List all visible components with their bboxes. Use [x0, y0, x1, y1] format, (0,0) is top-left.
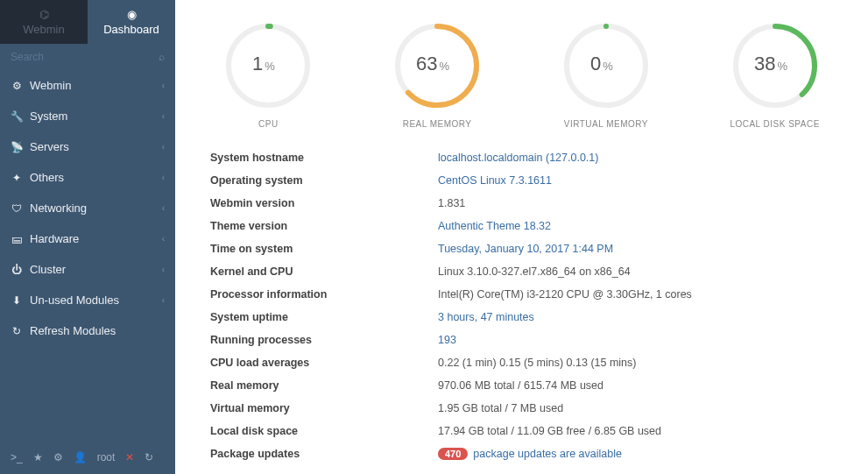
- nav-icon: 🔧: [11, 110, 23, 123]
- tab-dashboard[interactable]: ◉ Dashboard: [88, 0, 175, 44]
- info-label: Processor information: [210, 288, 438, 301]
- info-value[interactable]: CentOS Linux 7.3.1611: [438, 174, 552, 187]
- info-row: Virtual memory1.95 GB total / 7 MB used: [210, 397, 833, 420]
- info-row: Operating systemCentOS Linux 7.3.1611: [210, 169, 833, 192]
- info-row: CPU load averages0.22 (1 min) 0.15 (5 mi…: [210, 351, 833, 374]
- nav-icon: ↻: [11, 325, 23, 337]
- nav-icon: ✦: [11, 172, 23, 184]
- dashboard-icon: ◉: [127, 8, 137, 21]
- nav-label: Others: [30, 171, 64, 184]
- sidebar-item-refresh-modules[interactable]: ↻Refresh Modules: [0, 315, 175, 346]
- info-value[interactable]: localhost.localdomain (127.0.0.1): [438, 152, 598, 164]
- refresh-icon[interactable]: ↻: [145, 451, 153, 463]
- info-row: System uptime3 hours, 47 minutes: [210, 306, 833, 329]
- info-label: Theme version: [210, 220, 438, 232]
- sidebar-item-un-used-modules[interactable]: ⬇Un-used Modules‹: [0, 285, 175, 315]
- main-content: 1%CPU63%REAL MEMORY0%VIRTUAL MEMORY38%LO…: [175, 0, 868, 474]
- user-label: root: [97, 451, 116, 463]
- chevron-left-icon: ‹: [162, 173, 165, 182]
- nav-label: Cluster: [30, 263, 66, 276]
- search-icon[interactable]: ⌕: [159, 51, 165, 63]
- info-label: Kernel and CPU: [210, 265, 438, 278]
- info-value[interactable]: 193: [438, 334, 456, 346]
- info-label: Local disk space: [210, 425, 438, 437]
- sidebar-item-others[interactable]: ✦Others‹: [0, 162, 175, 193]
- info-label: Package updates: [210, 448, 438, 460]
- sidebar-item-servers[interactable]: 📡Servers‹: [0, 131, 175, 162]
- terminal-icon[interactable]: >_: [11, 451, 23, 463]
- search-row: ⌕: [0, 44, 175, 70]
- tab-dashboard-label: Dashboard: [103, 23, 159, 36]
- chevron-left-icon: ‹: [162, 265, 165, 274]
- sidebar-item-webmin[interactable]: ⚙Webmin‹: [0, 70, 175, 101]
- info-value[interactable]: Tuesday, January 10, 2017 1:44 PM: [438, 243, 613, 255]
- gauges-row: 1%CPU63%REAL MEMORY0%VIRTUAL MEMORY38%LO…: [175, 0, 868, 138]
- sidebar-item-system[interactable]: 🔧System‹: [0, 101, 175, 131]
- nav-icon: 🛡: [11, 202, 23, 215]
- nav-icon: ⚙: [11, 80, 23, 92]
- nav-icon: 📡: [11, 141, 23, 153]
- sidebar-item-hardware[interactable]: 🖴Hardware‹: [0, 223, 175, 254]
- chevron-left-icon: ‹: [162, 295, 165, 305]
- logout-icon[interactable]: ✕: [125, 451, 134, 463]
- info-row: Kernel and CPULinux 3.10.0-327.el7.x86_6…: [210, 260, 833, 283]
- gauge-real-memory: 63%REAL MEMORY: [389, 18, 485, 129]
- nav-label: Hardware: [30, 232, 79, 245]
- system-info: System hostnamelocalhost.localdomain (12…: [175, 138, 868, 474]
- info-row: System hostnamelocalhost.localdomain (12…: [210, 146, 833, 169]
- tab-webmin[interactable]: ⌬ Webmin: [0, 0, 88, 44]
- gauge-label: LOCAL DISK SPACE: [730, 119, 819, 129]
- nav-label: Networking: [30, 202, 87, 215]
- info-row: Running processes193: [210, 329, 833, 351]
- info-value: Intel(R) Core(TM) i3-2120 CPU @ 3.30GHz,…: [438, 288, 692, 301]
- nav-label: Refresh Modules: [30, 324, 116, 337]
- chevron-left-icon: ‹: [162, 81, 165, 90]
- info-row: Local disk space17.94 GB total / 11.09 G…: [210, 420, 833, 442]
- nav-icon: ⏻: [11, 264, 23, 276]
- user-icon[interactable]: 👤: [74, 451, 87, 463]
- chevron-left-icon: ‹: [162, 203, 165, 213]
- info-value: 970.06 MB total / 615.74 MB used: [438, 379, 603, 392]
- info-label: CPU load averages: [210, 357, 438, 369]
- info-value: 1.831: [438, 197, 465, 209]
- info-label: Running processes: [210, 334, 438, 346]
- updates-value[interactable]: 470package updates are available: [438, 448, 622, 460]
- search-input[interactable]: [11, 51, 142, 63]
- info-value: 17.94 GB total / 11.09 GB free / 6.85 GB…: [438, 425, 661, 437]
- info-label: Real memory: [210, 379, 438, 392]
- sidebar-item-networking[interactable]: 🛡Networking‹: [0, 193, 175, 223]
- gauge-local-disk-space: 38%LOCAL DISK SPACE: [727, 18, 823, 129]
- nav-label: System: [30, 110, 67, 123]
- info-row: Real memory970.06 MB total / 615.74 MB u…: [210, 374, 833, 397]
- info-value[interactable]: Authentic Theme 18.32: [438, 220, 551, 232]
- updates-badge: 470: [438, 448, 468, 460]
- bottom-toolbar: >_ ★ ⚙ 👤 root ✕ ↻: [0, 441, 175, 474]
- gauge-label: CPU: [258, 119, 279, 129]
- info-label: Time on system: [210, 243, 438, 255]
- star-icon[interactable]: ★: [33, 451, 43, 463]
- info-value: Linux 3.10.0-327.el7.x86_64 on x86_64: [438, 265, 631, 278]
- info-row: Processor informationIntel(R) Core(TM) i…: [210, 283, 833, 306]
- nav-icon: ⬇: [11, 294, 23, 307]
- info-row: Theme versionAuthentic Theme 18.32: [210, 215, 833, 237]
- info-label: System uptime: [210, 311, 438, 323]
- gauge-virtual-memory: 0%VIRTUAL MEMORY: [558, 18, 654, 129]
- info-label: Virtual memory: [210, 402, 438, 414]
- sidebar-item-cluster[interactable]: ⏻Cluster‹: [0, 254, 175, 285]
- tab-webmin-label: Webmin: [23, 23, 64, 36]
- info-value[interactable]: 3 hours, 47 minutes: [438, 311, 534, 323]
- nav-label: Servers: [30, 140, 69, 153]
- nav: ⚙Webmin‹🔧System‹📡Servers‹✦Others‹🛡Networ…: [0, 70, 175, 441]
- info-label: System hostname: [210, 152, 438, 164]
- info-row-updates: Package updates470package updates are av…: [210, 442, 833, 465]
- settings-icon[interactable]: ⚙: [53, 451, 63, 463]
- info-value: 0.22 (1 min) 0.15 (5 mins) 0.13 (15 mins…: [438, 357, 636, 369]
- svg-text:1%: 1%: [252, 53, 275, 74]
- info-row: Webmin version1.831: [210, 192, 833, 215]
- nav-label: Webmin: [30, 79, 71, 92]
- info-value: 1.95 GB total / 7 MB used: [438, 402, 563, 414]
- webmin-icon: ⌬: [39, 8, 49, 21]
- nav-label: Un-used Modules: [30, 294, 119, 307]
- sidebar-tabs: ⌬ Webmin ◉ Dashboard: [0, 0, 175, 44]
- svg-text:63%: 63%: [416, 53, 449, 74]
